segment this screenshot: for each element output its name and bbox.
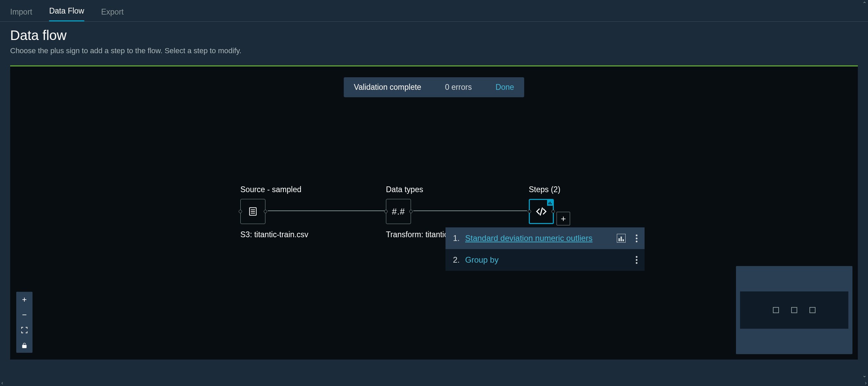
collapse-down-caret[interactable]: ⌄: [862, 372, 867, 379]
lock-icon: [21, 342, 28, 349]
validation-toast: Validation complete 0 errors Done: [344, 77, 524, 97]
node-datatypes-title: Data types: [386, 185, 448, 194]
svg-rect-5: [548, 203, 549, 204]
tab-export[interactable]: Export: [101, 1, 124, 21]
node-source-box[interactable]: [240, 199, 265, 224]
add-step-button[interactable]: +: [557, 212, 570, 225]
node-steps[interactable]: Steps (2): [529, 185, 560, 224]
flow-canvas[interactable]: Validation complete 0 errors Done Source…: [10, 65, 858, 360]
zoom-in-button[interactable]: +: [16, 292, 32, 307]
step-link[interactable]: Standard deviation numeric outliers: [465, 233, 592, 243]
minimap-node-icon: [809, 307, 816, 313]
tab-import[interactable]: Import: [10, 1, 32, 21]
steps-popover: 1. Standard deviation numeric outliers 2…: [446, 227, 645, 271]
fit-screen-button[interactable]: [16, 322, 32, 338]
node-source-title: Source - sampled: [240, 185, 308, 194]
minimap-viewport: [740, 291, 848, 329]
zoom-out-button[interactable]: −: [16, 307, 32, 322]
svg-rect-6: [550, 202, 551, 204]
kebab-menu-icon[interactable]: [634, 256, 639, 264]
data-types-symbol: #.#: [392, 206, 405, 217]
page-title: Data flow: [10, 28, 858, 43]
file-icon: [248, 206, 258, 217]
tab-bar: Import Data Flow Export: [0, 0, 868, 22]
bar-chart-icon[interactable]: [617, 234, 626, 243]
kebab-menu-icon[interactable]: [634, 235, 639, 242]
port-icon: [264, 210, 267, 213]
lock-button[interactable]: [16, 338, 32, 353]
chart-badge-icon: [547, 200, 553, 206]
port-icon: [551, 210, 555, 213]
minimap-node-icon: [791, 307, 797, 313]
step-number: 1.: [453, 233, 462, 243]
fullscreen-icon: [21, 326, 28, 334]
scroll-right-icon[interactable]: ›: [865, 380, 867, 386]
port-icon: [239, 210, 242, 213]
zoom-controls: + −: [16, 292, 32, 353]
plus-icon: +: [561, 214, 566, 224]
page-subtitle: Choose the plus sign to add a step to th…: [10, 46, 858, 55]
port-icon: [528, 210, 531, 213]
node-steps-box[interactable]: [529, 199, 554, 224]
plus-icon: +: [22, 295, 27, 304]
minimap[interactable]: [736, 266, 852, 354]
node-source-subtitle: S3: titantic-train.csv: [240, 230, 308, 239]
horizontal-scrollbar[interactable]: ‹ ›: [0, 380, 868, 386]
step-row-2[interactable]: 2. Group by: [446, 249, 645, 271]
svg-rect-8: [22, 345, 26, 348]
minimap-node-icon: [773, 307, 779, 313]
port-icon: [409, 210, 413, 213]
node-datatypes-subtitle: Transform: titantic: [386, 230, 448, 239]
step-row-1[interactable]: 1. Standard deviation numeric outliers: [446, 227, 645, 249]
node-datatypes-box[interactable]: #.#: [386, 199, 411, 224]
minus-icon: −: [22, 310, 27, 320]
app-root: ⌃ Import Data Flow Export Data flow Choo…: [0, 0, 868, 386]
page-header: Data flow Choose the plus sign to add a …: [0, 22, 868, 58]
code-icon: [535, 205, 547, 218]
node-steps-title: Steps (2): [529, 185, 560, 194]
node-data-types[interactable]: Data types #.# Transform: titantic: [386, 185, 448, 239]
node-source[interactable]: Source - sampled S3: titantic-train.csv: [240, 185, 308, 239]
svg-line-4: [540, 208, 542, 215]
scroll-left-icon[interactable]: ‹: [1, 380, 3, 386]
svg-rect-7: [551, 203, 552, 205]
toast-message: Validation complete: [354, 83, 421, 92]
port-icon: [384, 210, 388, 213]
step-link[interactable]: Group by: [465, 255, 499, 265]
collapse-up-caret[interactable]: ⌃: [862, 1, 867, 7]
toast-error-count: 0 errors: [445, 83, 472, 92]
step-number: 2.: [453, 255, 462, 265]
tab-data-flow[interactable]: Data Flow: [49, 0, 84, 21]
toast-done-link[interactable]: Done: [496, 83, 514, 92]
